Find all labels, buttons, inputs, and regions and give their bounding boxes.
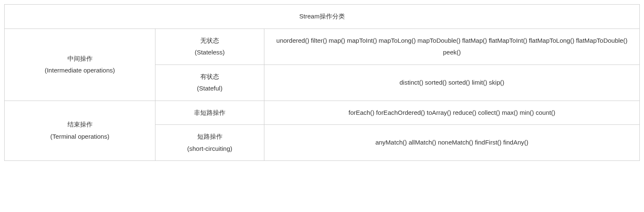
methods-cell: unordered() filter() map() mapToInt() ma… (264, 28, 640, 65)
subcategory-label-cn: 短路操作 (160, 131, 260, 143)
subcategory-label-en: (short-circuiting) (160, 143, 260, 155)
table-row: 结束操作 (Terminal operations) 非短路操作 forEach… (5, 101, 640, 125)
category-label-en: (Intermediate operations) (9, 65, 151, 77)
subcategory-label-en: (Stateful) (160, 83, 260, 95)
subcategory-label-cn: 非短路操作 (160, 107, 260, 119)
methods-cell: anyMatch() allMatch() noneMatch() findFi… (264, 125, 640, 161)
category-label-cn: 结束操作 (9, 119, 151, 131)
subcategory-short-circuit: 短路操作 (short-circuiting) (155, 125, 264, 161)
category-intermediate: 中间操作 (Intermediate operations) (5, 28, 155, 101)
subcategory-stateless: 无状态 (Stateless) (155, 28, 264, 65)
category-label-en: (Terminal operations) (9, 131, 151, 143)
subcategory-label-cn: 有状态 (160, 71, 260, 83)
table-row: 中间操作 (Intermediate operations) 无状态 (Stat… (5, 28, 640, 65)
subcategory-stateful: 有状态 (Stateful) (155, 65, 264, 101)
table-title: Stream操作分类 (5, 5, 640, 29)
subcategory-label-cn: 无状态 (160, 35, 260, 47)
category-terminal: 结束操作 (Terminal operations) (5, 101, 155, 161)
stream-operations-table: Stream操作分类 中间操作 (Intermediate operations… (4, 4, 640, 161)
subcategory-label-en: (Stateless) (160, 47, 260, 59)
subcategory-non-short-circuit: 非短路操作 (155, 101, 264, 125)
table-header-row: Stream操作分类 (5, 5, 640, 29)
methods-cell: forEach() forEachOrdered() toArray() red… (264, 101, 640, 125)
methods-cell: distinct() sorted() sorted() limit() ski… (264, 65, 640, 101)
category-label-cn: 中间操作 (9, 53, 151, 65)
